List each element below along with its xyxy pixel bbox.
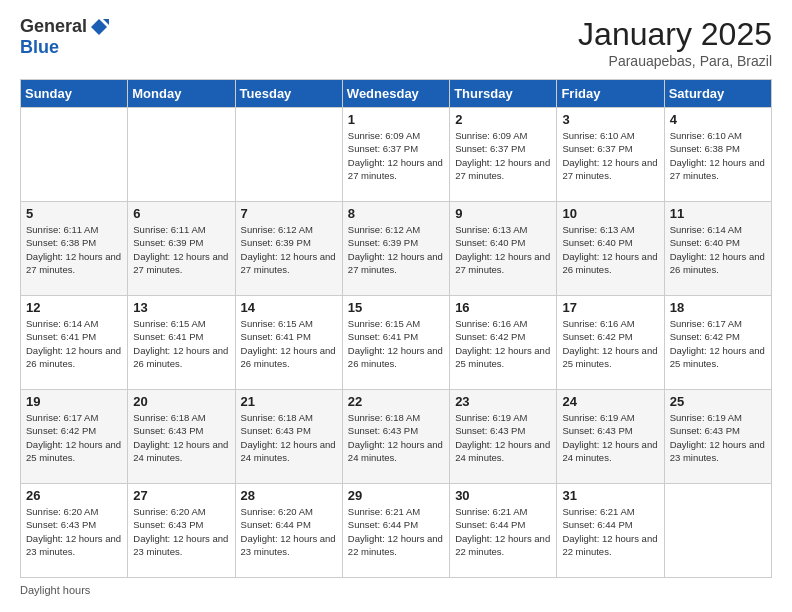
day-number: 14 (241, 300, 337, 315)
day-info: Sunrise: 6:16 AMSunset: 6:42 PMDaylight:… (455, 317, 551, 370)
calendar-cell: 29Sunrise: 6:21 AMSunset: 6:44 PMDayligh… (342, 484, 449, 578)
day-info: Sunrise: 6:13 AMSunset: 6:40 PMDaylight:… (455, 223, 551, 276)
calendar-cell: 10Sunrise: 6:13 AMSunset: 6:40 PMDayligh… (557, 202, 664, 296)
day-number: 10 (562, 206, 658, 221)
day-info: Sunrise: 6:13 AMSunset: 6:40 PMDaylight:… (562, 223, 658, 276)
day-info: Sunrise: 6:14 AMSunset: 6:41 PMDaylight:… (26, 317, 122, 370)
svg-marker-0 (91, 19, 107, 35)
day-number: 27 (133, 488, 229, 503)
week-row: 5Sunrise: 6:11 AMSunset: 6:38 PMDaylight… (21, 202, 772, 296)
calendar-table: SundayMondayTuesdayWednesdayThursdayFrid… (20, 79, 772, 578)
day-info: Sunrise: 6:19 AMSunset: 6:43 PMDaylight:… (562, 411, 658, 464)
calendar-cell (235, 108, 342, 202)
calendar-cell: 30Sunrise: 6:21 AMSunset: 6:44 PMDayligh… (450, 484, 557, 578)
week-row: 1Sunrise: 6:09 AMSunset: 6:37 PMDaylight… (21, 108, 772, 202)
calendar-cell: 8Sunrise: 6:12 AMSunset: 6:39 PMDaylight… (342, 202, 449, 296)
day-number: 16 (455, 300, 551, 315)
calendar-cell (128, 108, 235, 202)
calendar-cell: 26Sunrise: 6:20 AMSunset: 6:43 PMDayligh… (21, 484, 128, 578)
day-number: 11 (670, 206, 766, 221)
calendar-cell (664, 484, 771, 578)
day-number: 28 (241, 488, 337, 503)
calendar-cell: 31Sunrise: 6:21 AMSunset: 6:44 PMDayligh… (557, 484, 664, 578)
calendar-cell: 15Sunrise: 6:15 AMSunset: 6:41 PMDayligh… (342, 296, 449, 390)
day-info: Sunrise: 6:12 AMSunset: 6:39 PMDaylight:… (348, 223, 444, 276)
day-info: Sunrise: 6:11 AMSunset: 6:39 PMDaylight:… (133, 223, 229, 276)
day-number: 7 (241, 206, 337, 221)
calendar-cell: 7Sunrise: 6:12 AMSunset: 6:39 PMDaylight… (235, 202, 342, 296)
day-header-tuesday: Tuesday (235, 80, 342, 108)
day-info: Sunrise: 6:15 AMSunset: 6:41 PMDaylight:… (133, 317, 229, 370)
calendar-cell: 13Sunrise: 6:15 AMSunset: 6:41 PMDayligh… (128, 296, 235, 390)
day-info: Sunrise: 6:15 AMSunset: 6:41 PMDaylight:… (348, 317, 444, 370)
day-info: Sunrise: 6:11 AMSunset: 6:38 PMDaylight:… (26, 223, 122, 276)
calendar-cell: 2Sunrise: 6:09 AMSunset: 6:37 PMDaylight… (450, 108, 557, 202)
calendar-cell: 11Sunrise: 6:14 AMSunset: 6:40 PMDayligh… (664, 202, 771, 296)
day-info: Sunrise: 6:18 AMSunset: 6:43 PMDaylight:… (133, 411, 229, 464)
footer-text: Daylight hours (20, 584, 90, 596)
week-row: 26Sunrise: 6:20 AMSunset: 6:43 PMDayligh… (21, 484, 772, 578)
day-number: 18 (670, 300, 766, 315)
day-number: 8 (348, 206, 444, 221)
day-info: Sunrise: 6:21 AMSunset: 6:44 PMDaylight:… (562, 505, 658, 558)
header-row: SundayMondayTuesdayWednesdayThursdayFrid… (21, 80, 772, 108)
day-number: 6 (133, 206, 229, 221)
day-header-wednesday: Wednesday (342, 80, 449, 108)
day-number: 13 (133, 300, 229, 315)
day-info: Sunrise: 6:21 AMSunset: 6:44 PMDaylight:… (348, 505, 444, 558)
day-number: 22 (348, 394, 444, 409)
day-info: Sunrise: 6:10 AMSunset: 6:37 PMDaylight:… (562, 129, 658, 182)
day-header-sunday: Sunday (21, 80, 128, 108)
day-info: Sunrise: 6:20 AMSunset: 6:43 PMDaylight:… (133, 505, 229, 558)
day-info: Sunrise: 6:16 AMSunset: 6:42 PMDaylight:… (562, 317, 658, 370)
day-header-thursday: Thursday (450, 80, 557, 108)
day-info: Sunrise: 6:19 AMSunset: 6:43 PMDaylight:… (670, 411, 766, 464)
logo-general-text: General (20, 16, 87, 37)
day-header-monday: Monday (128, 80, 235, 108)
day-info: Sunrise: 6:09 AMSunset: 6:37 PMDaylight:… (348, 129, 444, 182)
day-info: Sunrise: 6:20 AMSunset: 6:43 PMDaylight:… (26, 505, 122, 558)
day-number: 31 (562, 488, 658, 503)
day-number: 2 (455, 112, 551, 127)
header: General Blue January 2025 Parauapebas, P… (20, 16, 772, 69)
day-number: 30 (455, 488, 551, 503)
day-number: 15 (348, 300, 444, 315)
calendar-cell: 28Sunrise: 6:20 AMSunset: 6:44 PMDayligh… (235, 484, 342, 578)
calendar-cell: 25Sunrise: 6:19 AMSunset: 6:43 PMDayligh… (664, 390, 771, 484)
calendar-cell: 19Sunrise: 6:17 AMSunset: 6:42 PMDayligh… (21, 390, 128, 484)
day-number: 3 (562, 112, 658, 127)
day-info: Sunrise: 6:09 AMSunset: 6:37 PMDaylight:… (455, 129, 551, 182)
day-info: Sunrise: 6:18 AMSunset: 6:43 PMDaylight:… (348, 411, 444, 464)
calendar-cell: 18Sunrise: 6:17 AMSunset: 6:42 PMDayligh… (664, 296, 771, 390)
calendar-cell: 21Sunrise: 6:18 AMSunset: 6:43 PMDayligh… (235, 390, 342, 484)
calendar-cell: 4Sunrise: 6:10 AMSunset: 6:38 PMDaylight… (664, 108, 771, 202)
title-block: January 2025 Parauapebas, Para, Brazil (578, 16, 772, 69)
location-subtitle: Parauapebas, Para, Brazil (578, 53, 772, 69)
logo: General Blue (20, 16, 109, 58)
calendar-cell (21, 108, 128, 202)
day-info: Sunrise: 6:14 AMSunset: 6:40 PMDaylight:… (670, 223, 766, 276)
day-info: Sunrise: 6:20 AMSunset: 6:44 PMDaylight:… (241, 505, 337, 558)
calendar-cell: 5Sunrise: 6:11 AMSunset: 6:38 PMDaylight… (21, 202, 128, 296)
calendar-cell: 9Sunrise: 6:13 AMSunset: 6:40 PMDaylight… (450, 202, 557, 296)
day-number: 21 (241, 394, 337, 409)
page: General Blue January 2025 Parauapebas, P… (0, 0, 792, 612)
calendar-cell: 6Sunrise: 6:11 AMSunset: 6:39 PMDaylight… (128, 202, 235, 296)
day-number: 4 (670, 112, 766, 127)
day-number: 17 (562, 300, 658, 315)
logo-blue-text: Blue (20, 37, 59, 58)
day-info: Sunrise: 6:15 AMSunset: 6:41 PMDaylight:… (241, 317, 337, 370)
day-info: Sunrise: 6:17 AMSunset: 6:42 PMDaylight:… (26, 411, 122, 464)
footer: Daylight hours (20, 584, 772, 596)
day-number: 29 (348, 488, 444, 503)
calendar-cell: 17Sunrise: 6:16 AMSunset: 6:42 PMDayligh… (557, 296, 664, 390)
day-info: Sunrise: 6:21 AMSunset: 6:44 PMDaylight:… (455, 505, 551, 558)
week-row: 19Sunrise: 6:17 AMSunset: 6:42 PMDayligh… (21, 390, 772, 484)
day-number: 23 (455, 394, 551, 409)
calendar-cell: 3Sunrise: 6:10 AMSunset: 6:37 PMDaylight… (557, 108, 664, 202)
day-number: 9 (455, 206, 551, 221)
day-number: 12 (26, 300, 122, 315)
day-info: Sunrise: 6:17 AMSunset: 6:42 PMDaylight:… (670, 317, 766, 370)
week-row: 12Sunrise: 6:14 AMSunset: 6:41 PMDayligh… (21, 296, 772, 390)
day-number: 1 (348, 112, 444, 127)
